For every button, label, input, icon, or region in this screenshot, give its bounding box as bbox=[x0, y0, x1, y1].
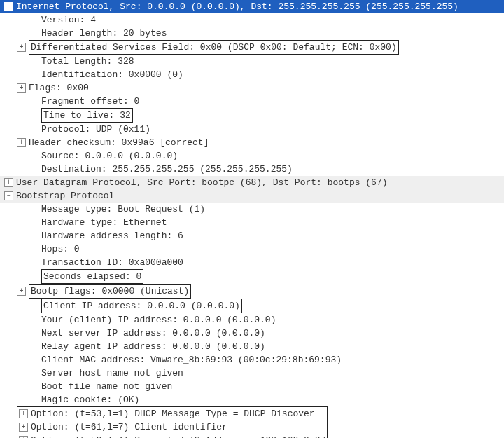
expand-icon[interactable]: + bbox=[17, 43, 26, 52]
bootp-hw-type[interactable]: Hardware type: Ethernet bbox=[0, 216, 504, 229]
ip-identification[interactable]: Identification: 0x0000 (0) bbox=[0, 68, 504, 81]
ip-fragment-offset[interactable]: Fragment offset: 0 bbox=[0, 95, 504, 108]
ip-header-row[interactable]: − Internet Protocol, Src: 0.0.0.0 (0.0.0… bbox=[0, 0, 504, 13]
bootp-magic[interactable]: Magic cookie: (OK) bbox=[0, 393, 504, 406]
collapse-icon[interactable]: − bbox=[4, 191, 13, 200]
ip-ttl[interactable]: Time to live: 32 bbox=[0, 108, 504, 123]
bootp-secs-box: Seconds elapsed: 0 bbox=[41, 269, 144, 284]
bootp-msg-type[interactable]: Message type: Boot Request (1) bbox=[0, 203, 504, 216]
packet-details-pane: − Internet Protocol, Src: 0.0.0.0 (0.0.0… bbox=[0, 0, 504, 438]
expand-icon[interactable]: + bbox=[19, 409, 28, 418]
ip-version[interactable]: Version: 4 bbox=[0, 13, 504, 27]
collapse-icon[interactable]: − bbox=[4, 2, 13, 11]
bootp-chaddr[interactable]: Client MAC address: Vmware_8b:69:93 (00:… bbox=[0, 353, 504, 367]
bootp-file[interactable]: Boot file name not given bbox=[0, 380, 504, 393]
ip-flags[interactable]: + Flags: 0x00 bbox=[0, 81, 504, 95]
bootp-sname[interactable]: Server host name not given bbox=[0, 367, 504, 380]
ip-header-text: Internet Protocol, Src: 0.0.0.0 (0.0.0.0… bbox=[16, 0, 458, 13]
bootp-flags-box: Bootp flags: 0x0000 (Unicast) bbox=[29, 284, 191, 299]
bootp-opt53[interactable]: + Option: (t=53,l=1) DHCP Message Type =… bbox=[19, 407, 326, 420]
ip-ttl-box: Time to live: 32 bbox=[41, 108, 133, 123]
dhcp-options-box: + Option: (t=53,l=1) DHCP Message Type =… bbox=[17, 406, 328, 438]
expand-icon[interactable]: + bbox=[17, 83, 26, 93]
ip-dsf[interactable]: + Differentiated Services Field: 0x00 (D… bbox=[0, 40, 504, 55]
bootp-flags[interactable]: + Bootp flags: 0x0000 (Unicast) bbox=[0, 284, 504, 299]
udp-header-row[interactable]: + User Datagram Protocol, Src Port: boot… bbox=[0, 176, 504, 189]
bootp-header-text: Bootstrap Protocol bbox=[16, 189, 114, 203]
expand-icon[interactable]: + bbox=[17, 287, 26, 296]
ip-total-length[interactable]: Total Length: 328 bbox=[0, 55, 504, 68]
bootp-opt61[interactable]: + Option: (t=61,l=7) Client identifier bbox=[19, 420, 326, 434]
expand-icon[interactable]: + bbox=[17, 138, 26, 147]
bootp-xid[interactable]: Transaction ID: 0xa000a000 bbox=[0, 256, 504, 269]
bootp-yiaddr[interactable]: Your (client) IP address: 0.0.0.0 (0.0.0… bbox=[0, 313, 504, 327]
ip-checksum[interactable]: + Header checksum: 0x99a6 [correct] bbox=[0, 136, 504, 149]
expand-icon[interactable]: + bbox=[4, 178, 13, 187]
bootp-secs[interactable]: Seconds elapsed: 0 bbox=[0, 269, 504, 284]
bootp-ciaddr[interactable]: Client IP address: 0.0.0.0 (0.0.0.0) bbox=[0, 299, 504, 313]
expand-icon[interactable]: + bbox=[19, 423, 28, 432]
bootp-header-row[interactable]: − Bootstrap Protocol bbox=[0, 189, 504, 203]
bootp-opt50[interactable]: + Option: (t=50,l=4) Requested IP Addres… bbox=[19, 434, 326, 438]
bootp-hw-addr-len[interactable]: Hardware address length: 6 bbox=[0, 229, 504, 242]
bootp-ciaddr-box: Client IP address: 0.0.0.0 (0.0.0.0) bbox=[41, 299, 242, 313]
ip-dsf-box: Differentiated Services Field: 0x00 (DSC… bbox=[29, 40, 399, 55]
bootp-hops[interactable]: Hops: 0 bbox=[0, 242, 504, 256]
ip-destination[interactable]: Destination: 255.255.255.255 (255.255.25… bbox=[0, 163, 504, 176]
ip-protocol[interactable]: Protocol: UDP (0x11) bbox=[0, 123, 504, 136]
ip-header-length[interactable]: Header length: 20 bytes bbox=[0, 27, 504, 40]
bootp-siaddr[interactable]: Next server IP address: 0.0.0.0 (0.0.0.0… bbox=[0, 327, 504, 340]
udp-header-text: User Datagram Protocol, Src Port: bootpc… bbox=[16, 176, 388, 189]
ip-source[interactable]: Source: 0.0.0.0 (0.0.0.0) bbox=[0, 149, 504, 163]
bootp-giaddr[interactable]: Relay agent IP address: 0.0.0.0 (0.0.0.0… bbox=[0, 340, 504, 353]
